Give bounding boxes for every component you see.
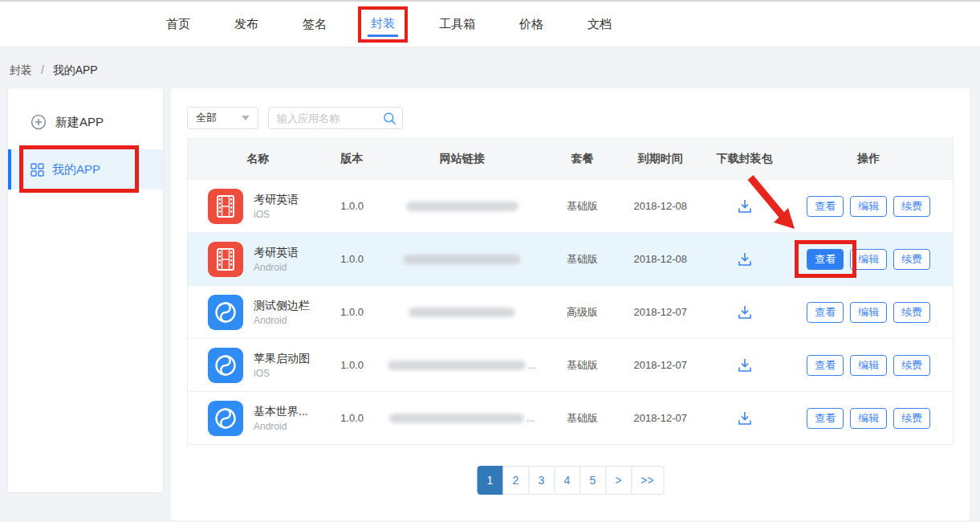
col-header-version: 版本 [328,152,376,166]
app-name: 基本世界... [254,405,308,418]
tab-sign[interactable]: 签名 [303,17,327,32]
download-icon[interactable] [736,357,754,374]
tab-package-label: 封装 [371,16,395,30]
app-version: 1.0.0 [328,306,376,318]
tab-toolbox[interactable]: 工具箱 [439,17,475,32]
app-plan: 基础版 [548,199,616,214]
app-plan: 基础版 [548,358,616,373]
edit-button[interactable]: 编辑 [850,249,887,270]
redacted-link [388,361,526,370]
app-plan: 基础版 [548,252,616,267]
col-header-actions: 操作 [784,152,953,166]
view-button[interactable]: 查看 [807,408,844,429]
redacted-link-ellipsis: ... [528,360,536,371]
app-version: 1.0.0 [328,253,376,265]
tab-price[interactable]: 价格 [519,17,543,32]
sidebar-my-app-label: 我的APP [52,162,100,177]
view-button[interactable]: 查看 [807,302,844,323]
annotation-box-package-tab: 封装 [358,6,408,43]
table-row: 苹果启动图 iOS 1.0.0 ... 基础版 2018-12-07 [188,338,953,391]
sidebar-item-my-app[interactable]: 我的APP [8,149,163,190]
edit-button[interactable]: 编辑 [850,302,887,323]
col-header-name: 名称 [188,152,328,166]
col-header-link: 网站链接 [376,152,549,166]
app-expire-date: 2018-12-08 [616,253,705,265]
app-plan: 基础版 [548,411,616,426]
redacted-link [406,202,518,211]
app-version: 1.0.0 [328,359,376,371]
tab-docs[interactable]: 文档 [588,17,612,32]
app-name: 苹果启动图 [254,352,310,365]
app-plan: 高级版 [548,305,616,320]
app-name: 考研英语 [254,193,299,206]
view-button-selected[interactable]: 查看 [807,249,844,270]
sidebar: 新建APP 我的APP [8,88,163,492]
view-button[interactable]: 查看 [807,196,844,217]
app-platform: iOS [254,209,299,220]
app-version: 1.0.0 [328,412,376,424]
table-header-row: 名称 版本 网站链接 套餐 到期时间 下载封装包 操作 [188,139,953,179]
breadcrumb-current: 我的APP [53,63,98,76]
s-logo-app-icon [208,348,243,383]
app-expire-date: 2018-12-07 [616,412,705,424]
category-select-value: 全部 [196,111,217,125]
redacted-link [389,414,524,423]
search-box [268,107,403,129]
renew-button[interactable]: 续费 [893,249,930,270]
page-next-button[interactable]: > [605,466,632,495]
col-header-plan: 套餐 [548,152,616,166]
table-row: 基本世界... Android 1.0.0 ... 基础版 2018-12-07 [188,391,953,444]
film-app-icon [208,189,243,224]
category-select[interactable]: 全部 [187,107,258,129]
tab-package[interactable]: 封装 [371,16,395,31]
search-icon[interactable] [383,112,396,125]
col-header-expire: 到期时间 [616,152,705,166]
main-panel: 全部 名称 版本 网站链接 套餐 到期时间 下载封装包 操作 [171,88,970,520]
view-button[interactable]: 查看 [807,355,844,376]
renew-button[interactable]: 续费 [893,355,930,376]
download-icon[interactable] [736,198,754,215]
breadcrumb-section[interactable]: 封装 [10,63,32,76]
main-nav: 首页 发布 签名 封装 工具箱 价格 文档 [166,2,612,47]
edit-button[interactable]: 编辑 [850,196,887,217]
s-logo-app-icon [208,401,243,436]
tab-home[interactable]: 首页 [166,17,190,32]
app-platform: Android [254,421,308,432]
app-platform: Android [254,315,310,326]
grid-icon [30,163,44,177]
edit-button[interactable]: 编辑 [850,408,887,429]
app-name: 考研英语 [254,246,299,259]
download-icon[interactable] [736,251,754,268]
renew-button[interactable]: 续费 [893,302,930,323]
download-icon[interactable] [736,304,754,321]
s-logo-app-icon [208,295,243,330]
edit-button[interactable]: 编辑 [850,355,887,376]
pagination: 1 2 3 4 5 > >> [477,466,664,495]
page-button-4[interactable]: 4 [554,466,580,495]
col-header-download: 下载封装包 [705,152,785,166]
film-app-icon [208,242,243,277]
page-button-2[interactable]: 2 [502,466,529,495]
redacted-link [409,308,515,317]
app-expire-date: 2018-12-07 [616,359,705,371]
page-last-button[interactable]: >> [631,466,664,495]
page-button-3[interactable]: 3 [528,466,555,495]
breadcrumb: 封装 / 我的APP [10,63,98,78]
download-icon[interactable] [736,410,754,427]
tab-publish[interactable]: 发布 [234,17,258,32]
breadcrumb-separator: / [41,63,44,76]
table-row-highlighted: 考研英语 Android 1.0.0 基础版 2018-12-08 [188,232,953,285]
active-tab-underline [368,35,398,37]
table-row: 考研英语 iOS 1.0.0 基础版 2018-12-08 查看 [188,179,953,232]
sidebar-new-app-label: 新建APP [55,115,104,130]
renew-button[interactable]: 续费 [893,196,930,217]
sidebar-item-new-app[interactable]: 新建APP [30,114,104,130]
app-platform: Android [254,262,299,273]
page-button-5[interactable]: 5 [579,466,606,495]
renew-button[interactable]: 续费 [893,408,930,429]
chevron-down-icon [242,116,250,120]
table-row: 测试侧边栏 Android 1.0.0 高级版 2018-12-07 查看 [188,285,953,338]
app-platform: iOS [254,368,310,379]
redacted-link [403,255,521,264]
page-button-1[interactable]: 1 [477,466,503,495]
